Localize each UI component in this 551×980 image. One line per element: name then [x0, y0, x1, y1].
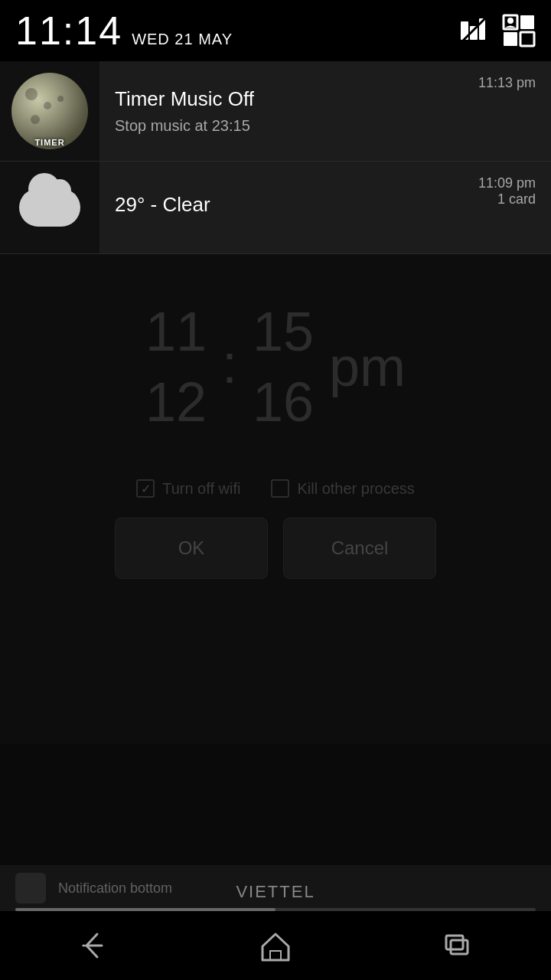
back-button[interactable]	[61, 915, 122, 976]
kill-checkbox-tick	[271, 479, 289, 498]
time-display: 11:14 WED 21 MAY	[15, 8, 233, 54]
minute-column: 15 16	[253, 300, 314, 433]
hour-below: 12	[145, 371, 207, 433]
nav-bar	[0, 911, 551, 980]
home-button[interactable]	[245, 915, 306, 976]
minute-below: 16	[253, 371, 314, 433]
wifi-label: Turn off wifi	[162, 480, 240, 498]
notif-weather-content: 11:09 pm 1 card 29° - Clear	[99, 162, 551, 253]
svg-point-8	[507, 18, 514, 24]
wifi-checkbox-tick: ✓	[136, 479, 155, 498]
hour-value: 11	[145, 300, 207, 363]
checkbox-kill: Kill other process	[271, 479, 414, 498]
carrier-name: VIETTEL	[236, 882, 315, 902]
time-text: 11:14	[15, 8, 122, 54]
time-separator: :	[222, 332, 237, 401]
time-picker: 11 12 : 15 16 pm	[145, 300, 406, 433]
dialog-checkboxes: ✓ Turn off wifi Kill other process	[136, 479, 415, 498]
dialog-buttons: OK Cancel	[115, 518, 436, 579]
svg-rect-9	[270, 951, 281, 960]
checkbox-wifi: ✓ Turn off wifi	[136, 479, 240, 498]
notif-timer-content: 11:13 pm Timer Music Off Stop music at 2…	[99, 61, 551, 161]
main-content: 11 12 : 15 16 pm ✓ Turn off wifi Kill ot…	[0, 254, 551, 744]
notif-timer-body: Stop music at 23:15	[115, 117, 536, 135]
signal-icon	[456, 14, 490, 47]
svg-rect-5	[520, 15, 534, 29]
notif-weather-title: 29° - Clear	[115, 193, 536, 217]
status-icons	[456, 14, 536, 47]
carrier-bar: VIETTEL	[0, 882, 551, 911]
svg-rect-11	[446, 936, 463, 949]
svg-rect-6	[504, 32, 517, 46]
notification-timer[interactable]: SLEEP TIMER 11:13 pm Timer Music Off Sto…	[0, 61, 551, 162]
notif-timer-time: 11:13 pm	[478, 75, 536, 91]
date-text: WED 21 MAY	[132, 31, 233, 48]
status-bar: 11:14 WED 21 MAY	[0, 0, 551, 61]
notif-card-count: 1 card	[478, 191, 536, 207]
notif-weather-time: 11:09 pm 1 card	[478, 175, 536, 207]
hour-column: 11 12	[145, 300, 207, 433]
notification-panel: SLEEP TIMER 11:13 pm Timer Music Off Sto…	[0, 61, 551, 254]
notif-timer-title: Timer Music Off	[115, 87, 536, 111]
recent-apps-button[interactable]	[429, 915, 490, 976]
profile-icon	[502, 14, 536, 47]
kill-label: Kill other process	[297, 480, 414, 498]
dialog-area: ✓ Turn off wifi Kill other process OK Ca…	[115, 479, 436, 579]
svg-rect-7	[520, 32, 534, 46]
cloud-shape	[19, 188, 80, 227]
ok-button[interactable]: OK	[115, 518, 268, 579]
ampm-value: pm	[329, 335, 406, 398]
weather-cloud-icon	[0, 162, 99, 253]
cancel-button[interactable]: Cancel	[283, 518, 436, 579]
timer-label: TIMER	[8, 138, 92, 147]
minute-value: 15	[253, 300, 314, 363]
ampm-column: pm	[329, 335, 406, 398]
sleep-timer-icon: SLEEP TIMER	[0, 61, 99, 161]
svg-rect-10	[451, 940, 468, 954]
notification-weather[interactable]: 11:09 pm 1 card 29° - Clear	[0, 162, 551, 254]
